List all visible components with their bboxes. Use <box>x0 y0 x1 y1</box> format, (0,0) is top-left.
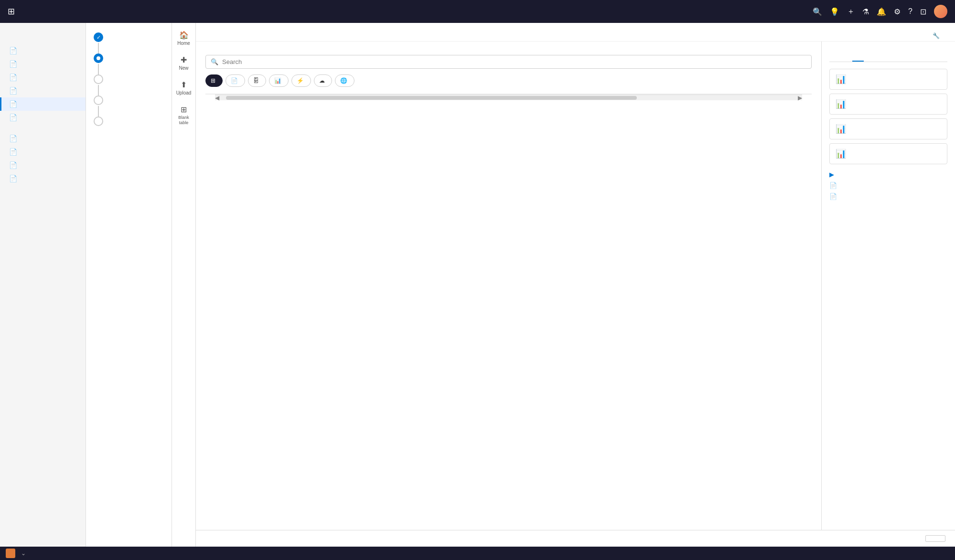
nav-home[interactable]: 🏠 Home <box>172 27 195 50</box>
settings-icon[interactable]: ⚙ <box>894 7 901 16</box>
sidebar-item-carbon-activities[interactable]: 📄 <box>0 44 86 57</box>
wizard-step-3 <box>94 74 164 84</box>
filter-tab-online-services[interactable]: 🌐 <box>335 74 354 87</box>
water-data-icon: 📄 <box>9 60 17 68</box>
tab-templates-tips[interactable] <box>852 55 864 62</box>
data-capture-icon: 📄 <box>9 87 17 95</box>
tip-video[interactable]: ▶ <box>829 171 947 178</box>
template-item-reference: 📊 <box>829 69 947 90</box>
filter-tab-all[interactable]: ⊞ <box>205 74 223 87</box>
filter-tab-azure[interactable]: ☁ <box>314 74 332 87</box>
status-icon <box>6 549 15 558</box>
step-2-circle <box>94 53 103 63</box>
sidebar-section-data-management <box>0 38 86 44</box>
layout-icon[interactable]: ⊡ <box>920 7 926 16</box>
sidebar-item-calculation-profiles[interactable]: 📄 <box>0 158 86 172</box>
home-icon: 🏠 <box>179 31 189 40</box>
main-content: 🔧 🔍 ⊞ <box>196 23 955 547</box>
filter-tab-file[interactable]: 📄 <box>225 74 245 87</box>
filter-tab-power-platform[interactable]: ⚡ <box>291 74 311 87</box>
template-water-icon: 📊 <box>836 148 846 159</box>
content-body: 🔍 ⊞ 📄 🗄 <box>196 42 955 530</box>
bell-icon[interactable]: 🔔 <box>877 7 886 16</box>
status-bar: ⌄ <box>0 547 955 560</box>
cancel-button[interactable] <box>925 535 945 542</box>
wizard-step-2 <box>94 53 164 63</box>
sidebar-item-factor-libraries[interactable]: 📄 <box>0 132 86 145</box>
data-imports-icon: 📄 <box>9 100 17 108</box>
search-icon: 🔍 <box>211 58 218 65</box>
filter-fabric-icon: 📊 <box>274 77 281 84</box>
filter-pp-icon: ⚡ <box>297 77 304 84</box>
tip-power-query[interactable]: 📄 <box>829 193 947 200</box>
nav-upload[interactable]: ⬆ Upload <box>172 76 195 99</box>
nav-new[interactable]: ✚ New <box>172 52 195 74</box>
template-item-carbon-emissions: 📊 <box>829 118 947 139</box>
search-icon[interactable]: 🔍 <box>813 7 822 16</box>
search-input[interactable] <box>222 58 806 65</box>
hamburger-menu[interactable] <box>0 29 86 34</box>
filter-icon[interactable]: ⚗ <box>862 7 869 16</box>
sidebar-item-allocation-profiles[interactable]: 📄 <box>0 172 86 185</box>
app-grid-icon[interactable]: ⊞ <box>8 6 15 17</box>
new-icon: ✚ <box>181 55 187 64</box>
data-providers-icon: 📄 <box>9 114 17 121</box>
filter-tab-fabric[interactable]: 📊 <box>269 74 289 87</box>
content-header: 🔧 <box>196 23 955 42</box>
bottom-bar <box>196 530 955 547</box>
waste-data-icon: 📄 <box>9 74 17 81</box>
left-sidebar: 📄 📄 📄 📄 📄 📄 <box>0 23 86 547</box>
template-reference-icon: 📊 <box>836 74 846 85</box>
wizard-panel: ✓ <box>86 23 172 547</box>
factor-libraries-icon: 📄 <box>9 135 17 142</box>
nav-blank-table[interactable]: ⊞ Blank table <box>172 101 195 129</box>
tip-pq-icon: 📄 <box>829 193 837 200</box>
calc-profiles-icon: 📄 <box>9 161 17 169</box>
step-5-circle <box>94 116 103 126</box>
tab-checklist[interactable] <box>841 55 852 62</box>
tip-transform-data[interactable]: 📄 <box>829 182 947 189</box>
calc-models-icon: 📄 <box>9 148 17 156</box>
question-icon[interactable]: ? <box>908 7 912 16</box>
filter-file-icon: 📄 <box>231 77 238 84</box>
right-panel: 📊 📊 📊 <box>821 42 955 530</box>
template-item-water: 📊 <box>829 143 947 164</box>
horizontal-scrollbar[interactable]: ◀ ▶ <box>215 95 802 100</box>
status-chevron-icon[interactable]: ⌄ <box>21 550 26 557</box>
plus-icon[interactable]: ＋ <box>847 7 855 17</box>
right-panel-tabs <box>829 55 947 62</box>
tip-video-icon: ▶ <box>829 171 834 178</box>
status-item-data: ⌄ <box>6 549 26 558</box>
hide-tools-button[interactable]: 🔧 <box>929 31 945 41</box>
upload-icon: ⬆ <box>181 80 187 89</box>
step-3-circle <box>94 74 103 84</box>
step-1-circle: ✓ <box>94 32 103 42</box>
wizard-step-4 <box>94 95 164 105</box>
tab-data[interactable] <box>829 55 841 62</box>
sidebar-item-data-providers[interactable]: 📄 <box>0 111 86 124</box>
filter-tabs: ⊞ 📄 🗄 📊 <box>205 74 812 87</box>
topbar: ⊞ 🔍 💡 ＋ ⚗ 🔔 ⚙ ? ⊡ <box>0 0 955 23</box>
sidebar-item-data-capture[interactable]: 📄 <box>0 84 86 97</box>
step-4-circle <box>94 95 103 105</box>
lightbulb-icon[interactable]: 💡 <box>830 7 839 16</box>
wizard-step-5 <box>94 116 164 126</box>
topbar-icons: 🔍 💡 ＋ ⚗ 🔔 ⚙ ? ⊡ <box>813 5 947 18</box>
filter-tab-database[interactable]: 🗄 <box>248 74 266 87</box>
sidebar-item-calculation-models[interactable]: 📄 <box>0 145 86 158</box>
blank-table-icon: ⊞ <box>181 105 187 114</box>
wizard-step-1: ✓ <box>94 32 164 42</box>
sidebar-item-data-imports[interactable]: 📄 <box>0 97 86 111</box>
filter-online-icon: 🌐 <box>340 77 347 84</box>
nav-strip: 🏠 Home ✚ New ⬆ Upload ⊞ Blank table <box>172 23 196 547</box>
tip-transform-icon: 📄 <box>829 182 837 189</box>
sidebar-item-water-data[interactable]: 📄 <box>0 57 86 71</box>
filter-azure-icon: ☁ <box>319 77 325 84</box>
sidebar-item-waste-data[interactable]: 📄 <box>0 71 86 84</box>
template-item-carbon-activity: 📊 <box>829 94 947 115</box>
avatar[interactable] <box>934 5 947 18</box>
datasource-panel: 🔍 ⊞ 📄 🗄 <box>196 42 821 530</box>
template-carbon-activity-icon: 📊 <box>836 99 846 109</box>
search-bar: 🔍 <box>205 55 812 69</box>
template-carbon-emissions-icon: 📊 <box>836 124 846 134</box>
